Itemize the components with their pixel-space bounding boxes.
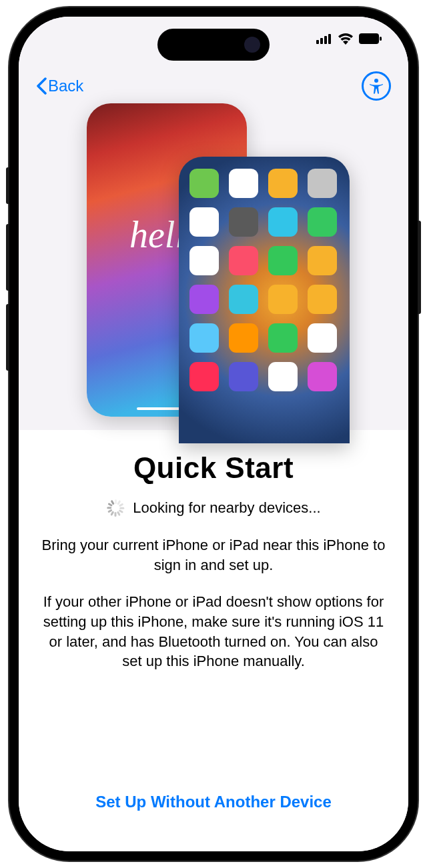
app-icon — [189, 362, 219, 391]
svg-rect-2 — [324, 36, 327, 44]
instruction-paragraph-2: If your other iPhone or iPad doesn't sho… — [39, 592, 388, 671]
status-bar — [316, 33, 382, 45]
screen: Back hello Quick Start — [19, 17, 408, 851]
app-icon — [308, 362, 337, 391]
instruction-paragraph-1: Bring your current iPhone or iPad near t… — [39, 535, 388, 575]
volume-down — [6, 304, 9, 371]
cellular-signal-icon — [316, 33, 332, 44]
app-icon — [229, 246, 258, 275]
svg-point-6 — [374, 79, 378, 83]
homescreen-phone-illustration — [179, 157, 350, 443]
battery-icon — [359, 33, 382, 44]
app-icon — [308, 169, 337, 198]
app-icon — [229, 323, 258, 353]
back-label: Back — [48, 77, 83, 95]
app-icon — [308, 246, 337, 275]
page-title: Quick Start — [39, 451, 388, 485]
app-icon — [229, 207, 258, 237]
spinner-icon — [106, 499, 123, 517]
setup-without-device-button[interactable]: Set Up Without Another Device — [39, 793, 388, 851]
power-button — [418, 221, 421, 314]
svg-rect-5 — [380, 37, 382, 41]
app-icon — [268, 207, 298, 237]
accessibility-button[interactable] — [362, 71, 391, 101]
svg-rect-1 — [320, 38, 323, 44]
svg-rect-3 — [328, 34, 331, 44]
app-icon — [229, 285, 258, 314]
app-icon — [268, 169, 298, 198]
app-icon — [189, 285, 219, 314]
svg-rect-0 — [316, 40, 319, 44]
app-icon — [189, 207, 219, 237]
app-icon — [268, 323, 298, 353]
dynamic-island — [157, 29, 270, 61]
app-icon — [308, 207, 337, 237]
app-icon — [308, 285, 337, 314]
app-icon — [189, 323, 219, 353]
app-icon — [308, 323, 337, 353]
loading-status: Looking for nearby devices... — [39, 499, 388, 517]
svg-rect-4 — [359, 33, 379, 44]
app-icon — [268, 362, 298, 391]
app-icon — [268, 246, 298, 275]
app-grid — [189, 169, 339, 391]
wifi-icon — [338, 33, 354, 45]
nav-bar: Back — [19, 71, 408, 101]
app-icon — [189, 169, 219, 198]
chevron-left-icon — [36, 77, 47, 95]
mute-switch — [6, 167, 9, 204]
back-button[interactable]: Back — [36, 77, 83, 95]
accessibility-icon — [367, 77, 386, 95]
loading-text: Looking for nearby devices... — [133, 499, 320, 517]
phone-frame: Back hello Quick Start — [9, 7, 418, 861]
app-icon — [229, 362, 258, 391]
app-icon — [268, 285, 298, 314]
content-area: Quick Start Looking for nearby devices..… — [19, 430, 408, 851]
app-icon — [189, 246, 219, 275]
app-icon — [229, 169, 258, 198]
volume-up — [6, 224, 9, 291]
